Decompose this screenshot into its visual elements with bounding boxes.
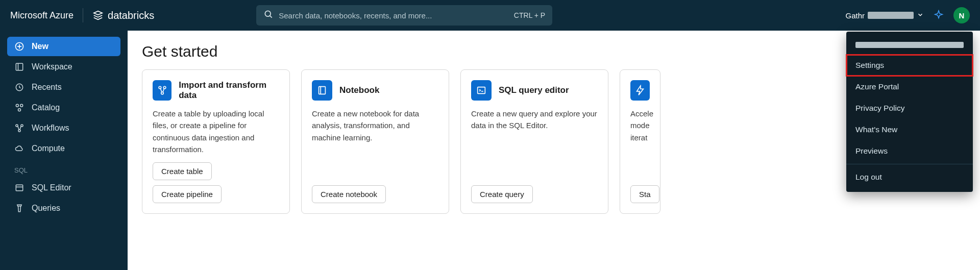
- svg-line-1: [270, 16, 272, 18]
- card-notebook: Notebook Create a new notebook for data …: [301, 69, 449, 214]
- sidebar-item-label: SQL Editor: [32, 183, 71, 192]
- card-import-transform: Import and transform data Create a table…: [142, 69, 290, 214]
- svg-point-0: [265, 11, 271, 16]
- notebook-icon: [312, 80, 332, 101]
- queries-icon: [14, 203, 24, 213]
- sidebar-item-compute[interactable]: Compute: [7, 139, 120, 158]
- svg-marker-23: [637, 86, 644, 95]
- dropdown-user-redacted: [855, 42, 964, 48]
- card-partial-text: Accele: [630, 109, 653, 118]
- dropdown-item-whats-new[interactable]: What's New: [846, 119, 973, 140]
- avatar[interactable]: N: [953, 7, 970, 23]
- card-description: Create a table by uploading local files,…: [153, 108, 279, 155]
- catalog-icon: [14, 103, 24, 113]
- sidebar-item-label: Compute: [32, 144, 65, 153]
- header-right: Gathr N: [845, 7, 970, 23]
- card-description: Create a new query and explore your data…: [471, 108, 598, 178]
- dropdown-item-label: Log out: [855, 173, 882, 181]
- sidebar-item-label: Workspace: [32, 62, 72, 71]
- search-input[interactable]: [279, 11, 509, 20]
- create-query-button[interactable]: Create query: [471, 185, 533, 203]
- sidebar-new-label: New: [32, 42, 48, 51]
- svg-point-10: [18, 109, 21, 111]
- partial-button[interactable]: Sta: [630, 185, 659, 203]
- card-description: Accele mode iterat: [630, 108, 650, 178]
- clock-icon: [14, 82, 24, 92]
- svg-point-13: [18, 130, 20, 132]
- plus-circle-icon: [14, 41, 24, 52]
- sidebar-item-workflows[interactable]: Workflows: [7, 118, 120, 138]
- card-partial-text: iterat: [630, 133, 647, 142]
- workspace-icon: [14, 62, 24, 72]
- brand-divider: [83, 8, 83, 22]
- card-partial-text: mode: [630, 121, 650, 130]
- dropdown-item-label: Azure Portal: [855, 82, 899, 91]
- sidebar-item-catalog[interactable]: Catalog: [7, 98, 120, 117]
- sidebar-item-recents[interactable]: Recents: [7, 78, 120, 97]
- svg-rect-14: [16, 185, 22, 191]
- create-pipeline-button[interactable]: Create pipeline: [153, 185, 222, 203]
- search-icon: [263, 9, 274, 21]
- svg-point-9: [20, 104, 23, 107]
- sidebar-item-label: Queries: [32, 204, 60, 213]
- user-name-prefix: Gathr: [845, 11, 865, 20]
- dropdown-item-azure-portal[interactable]: Azure Portal: [846, 76, 973, 97]
- workflows-icon: [14, 123, 24, 133]
- dropdown-item-label: Previews: [855, 146, 888, 155]
- sql-query-icon: [471, 80, 492, 101]
- cards-row: Import and transform data Create a table…: [142, 69, 966, 214]
- dropdown-separator: [846, 164, 973, 164]
- card-title: Import and transform data: [179, 80, 279, 101]
- card-description: Create a new notebook for data analysis,…: [312, 108, 438, 178]
- brand-microsoft-azure: Microsoft Azure: [10, 10, 74, 21]
- dropdown-item-previews[interactable]: Previews: [846, 140, 973, 162]
- cloud-icon: [14, 143, 24, 154]
- sidebar-item-workspace[interactable]: Workspace: [7, 57, 120, 77]
- top-header: Microsoft Azure databricks CTRL + P Gath…: [0, 0, 980, 31]
- card-sql-editor: SQL query editor Create a new query and …: [460, 69, 608, 214]
- create-table-button[interactable]: Create table: [153, 162, 212, 180]
- card-title: SQL query editor: [499, 85, 569, 95]
- svg-rect-5: [16, 63, 22, 70]
- user-name-redacted: [868, 12, 914, 19]
- page-title: Get started: [142, 43, 966, 60]
- databricks-logo-icon: [92, 10, 104, 21]
- dropdown-item-label: Privacy Policy: [855, 104, 904, 112]
- sidebar-section-sql: SQL: [7, 159, 120, 177]
- sidebar-new-button[interactable]: New: [7, 37, 120, 56]
- sidebar-item-label: Recents: [32, 83, 62, 92]
- chevron-down-icon: [917, 11, 924, 20]
- dropdown-user-header: [846, 36, 973, 55]
- sidebar-item-sql-editor[interactable]: SQL Editor: [7, 178, 120, 198]
- brand-databricks-text: databricks: [108, 10, 154, 21]
- avatar-initial: N: [959, 11, 965, 20]
- sql-editor-icon: [14, 183, 24, 193]
- lightning-icon: [630, 80, 650, 101]
- search-shortcut-label: CTRL + P: [514, 11, 545, 19]
- brand-databricks: databricks: [92, 10, 154, 21]
- search-box[interactable]: CTRL + P: [256, 5, 552, 26]
- svg-rect-19: [319, 87, 326, 94]
- user-menu-trigger[interactable]: Gathr: [845, 11, 924, 20]
- svg-rect-21: [478, 87, 485, 94]
- dropdown-item-label: What's New: [855, 125, 897, 134]
- sidebar-item-queries[interactable]: Queries: [7, 199, 120, 218]
- dropdown-item-label: Settings: [855, 61, 884, 69]
- sidebar: New Workspace Recents Catalog Workflows …: [0, 31, 128, 270]
- import-data-icon: [153, 80, 172, 101]
- sparkle-icon[interactable]: [933, 10, 944, 21]
- dropdown-item-logout[interactable]: Log out: [846, 166, 973, 188]
- sidebar-item-label: Catalog: [32, 103, 60, 112]
- user-dropdown: Settings Azure Portal Privacy Policy Wha…: [846, 32, 973, 192]
- create-notebook-button[interactable]: Create notebook: [312, 185, 386, 203]
- sidebar-item-label: Workflows: [32, 124, 69, 133]
- dropdown-item-privacy-policy[interactable]: Privacy Policy: [846, 97, 973, 119]
- dropdown-item-settings[interactable]: Settings: [846, 55, 973, 76]
- svg-point-8: [16, 104, 18, 107]
- card-partial: Accele mode iterat Sta: [620, 69, 660, 214]
- card-title: Notebook: [339, 85, 379, 95]
